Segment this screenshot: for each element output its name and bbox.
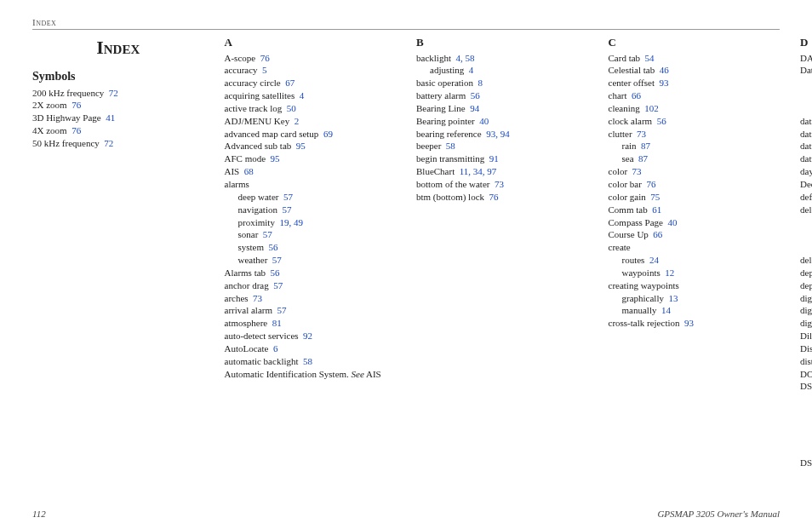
index-entry: transferring data to/from 54 (800, 102, 812, 115)
index-page-ref[interactable]: 87 (638, 153, 648, 164)
index-page-ref[interactable]: 12 (665, 267, 674, 278)
index-page-ref[interactable]: 40 (479, 116, 489, 126)
index-page-ref[interactable]: 50 (287, 103, 296, 113)
index-page-ref[interactable]: 57 (282, 204, 291, 215)
index-term: clock alarm (609, 116, 653, 126)
index-page-ref[interactable]: 73 (253, 293, 262, 303)
index-page-ref[interactable]: 5 (262, 65, 267, 75)
index-page-ref[interactable]: 57 (277, 305, 287, 315)
index-page-ref[interactable]: 57 (272, 255, 282, 265)
index-entry: depth line 76 (800, 279, 812, 292)
index-page-ref[interactable]: 76 (71, 125, 81, 135)
index-term: 200 kHz frequency (32, 88, 104, 98)
index-page-ref[interactable]: 73 (632, 166, 642, 176)
index-entry: rain 87 (609, 140, 781, 152)
index-page-ref[interactable]: 40 (667, 217, 677, 227)
index-entry: graphically 13 (609, 292, 781, 305)
index-entry: navigation 57 (225, 204, 397, 216)
index-page-ref[interactable]: 13 (668, 293, 678, 303)
index-page-ref[interactable]: 61 (652, 204, 661, 215)
index-page-ref[interactable]: 69 (323, 129, 333, 139)
index-entry: datums 60 (800, 152, 812, 165)
index-page-ref[interactable]: 14 (661, 305, 671, 315)
index-page-ref[interactable]: 57 (283, 192, 293, 202)
index-page-ref[interactable]: 93, 94 (486, 129, 510, 139)
index-page-ref[interactable]: 8 (477, 78, 483, 88)
index-entry: installing 97 (800, 77, 812, 89)
index-page-ref[interactable]: 73 (637, 129, 646, 139)
index-term: chart (609, 90, 627, 101)
index-page-ref[interactable]: 46 (660, 65, 669, 75)
index-entry: auto-detect services 92 (225, 330, 397, 342)
index-page-ref[interactable]: 67 (285, 78, 294, 88)
index-page-ref[interactable]: 56 (657, 116, 666, 126)
index-page-ref[interactable]: 58 (303, 356, 312, 366)
index-term: digital data fields (800, 293, 812, 303)
index-page-ref[interactable]: 57 (263, 229, 272, 239)
index-page-ref[interactable]: 72 (104, 138, 113, 148)
index-entry: arches 73 (225, 292, 397, 305)
index-page-ref[interactable]: 102 (644, 103, 659, 113)
index-page-ref[interactable]: 56 (471, 90, 480, 101)
index-group: DDATA/CNFG Key 2Data Cardinstalling 97re… (800, 35, 812, 469)
index-term: routes (622, 255, 645, 265)
index-term: clutter (609, 129, 632, 139)
index-page-ref[interactable]: 76 (71, 100, 81, 110)
index-page-ref[interactable]: 56 (269, 242, 278, 252)
index-page-ref[interactable]: 54 (645, 53, 655, 63)
index-page-ref[interactable]: 2 (294, 116, 300, 126)
index-page-ref[interactable]: 76 (489, 192, 499, 202)
index-page-ref[interactable]: 76 (646, 179, 655, 189)
index-page-ref[interactable]: 95 (271, 153, 280, 164)
index-page-ref[interactable]: 91 (489, 153, 499, 164)
index-entry: daylight saving 61 (800, 165, 812, 178)
index-page-ref[interactable]: 81 (272, 318, 282, 328)
index-entry: center offset 93 (609, 77, 781, 89)
index-page-ref[interactable]: 66 (632, 90, 641, 101)
index-page-ref[interactable]: 73 (495, 179, 504, 189)
index-entry: 50 kHz frequency 72 (32, 137, 204, 150)
index-entry: distress call 52, 100 (800, 405, 812, 418)
index-entry: accuracy 5 (225, 64, 397, 77)
index-page-ref[interactable]: 19, 49 (279, 217, 303, 227)
index-entry: position report 52, 100 (800, 431, 812, 444)
index-term: adjusting (430, 65, 464, 75)
index-entry: routes 26 (800, 216, 812, 229)
index-page-ref[interactable]: 87 (641, 141, 650, 151)
index-page-ref[interactable]: 6 (273, 343, 278, 354)
index-page-ref[interactable]: 75 (650, 192, 660, 202)
index-entry: A-scope 76 (225, 52, 397, 65)
index-term: battery alarm (416, 90, 466, 101)
index-page-ref[interactable]: 4, 58 (455, 53, 474, 63)
index-page-ref[interactable]: 93 (684, 318, 694, 328)
index-page-ref[interactable]: 4 (300, 90, 305, 101)
header-section: Index (32, 17, 56, 27)
index-page-ref[interactable]: 11, 34, 97 (460, 166, 497, 176)
index-page-ref[interactable]: 92 (303, 331, 312, 341)
index-letter-heading: A (225, 35, 397, 50)
index-entry: Display sub tab 93 (800, 342, 812, 355)
index-page-ref[interactable]: 58 (446, 141, 455, 151)
index-page-ref[interactable]: 95 (296, 141, 306, 151)
index-entry: 4X zoom 76 (32, 124, 204, 137)
index-page-ref[interactable]: 57 (273, 280, 283, 290)
index-page-ref[interactable]: 41 (106, 112, 115, 123)
index-page-ref[interactable]: 66 (653, 229, 662, 239)
index-page-ref[interactable]: 56 (271, 267, 280, 278)
index-page-ref[interactable]: 4 (469, 65, 474, 75)
index-page-ref[interactable]: 24 (649, 255, 659, 265)
index-entry: digital navigation data 85 (800, 304, 812, 317)
index-page-ref[interactable]: 94 (470, 103, 479, 113)
index-entry: Course Up 66 (609, 228, 781, 241)
index-page-ref[interactable]: 68 (244, 166, 254, 176)
index-page-ref[interactable]: 76 (260, 53, 270, 63)
index-term: acquiring satellites (225, 90, 295, 101)
index-letter-heading: B (416, 35, 588, 50)
index-page-ref[interactable]: 72 (109, 88, 118, 98)
index-entry: default settings 8 (800, 191, 812, 204)
index-entry: btm (bottom) lock 76 (416, 191, 588, 204)
index-page-ref[interactable]: 93 (659, 78, 668, 88)
index-letter-heading: C (609, 35, 781, 50)
index-term: automatic backlight (225, 356, 299, 366)
index-group: CCard tab 54Celestial tab 46center offse… (609, 35, 781, 330)
